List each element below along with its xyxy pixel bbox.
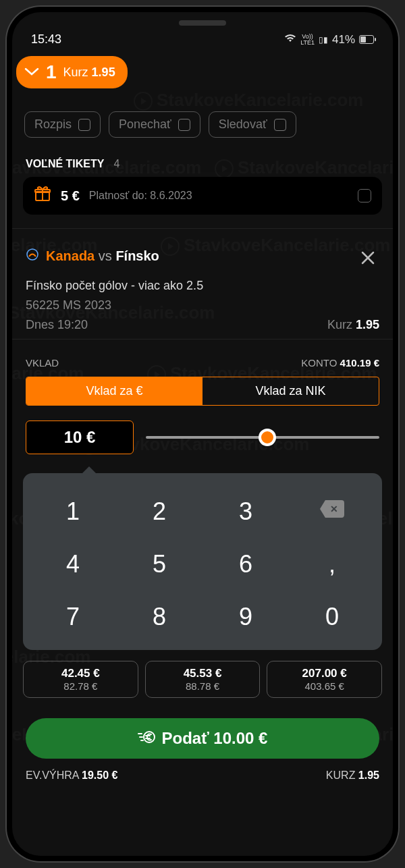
backspace-icon (320, 500, 344, 518)
key-0[interactable]: 0 (289, 591, 375, 643)
account-balance: KONTO 410.19 € (301, 357, 379, 369)
submit-label: Podať 10.00 € (162, 729, 268, 748)
bet-event-code: 56225 MS 2023 (26, 298, 379, 313)
bet-team2: Fínsko (115, 248, 159, 263)
bet-count: 1 (46, 61, 57, 83)
bet-footer: EV.VÝHRA 19.50 € KURZ 1.95 (12, 765, 393, 791)
status-time: 15:43 (31, 32, 61, 47)
chip-label: Sledovať (219, 117, 267, 132)
bet-card: Kanada vs Fínsko Fínsko počet gólov - vi… (12, 228, 393, 340)
chevron-down-icon (24, 67, 39, 78)
chip-ponechat[interactable]: Ponechať (109, 111, 200, 138)
stake-slider[interactable] (146, 429, 379, 445)
quick-stake-primary: 42.45 € (26, 667, 135, 680)
quick-stake-3[interactable]: 207.00 € 403.65 € (267, 661, 382, 698)
quick-stake-2[interactable]: 45.53 € 88.78 € (145, 661, 261, 698)
bet-summary-pill[interactable]: 1 Kurz 1.95 (16, 56, 128, 88)
bet-kurz: Kurz 1.95 (327, 318, 379, 332)
tab-nik[interactable]: Vklad za NIK (202, 377, 379, 405)
checkbox-icon[interactable] (358, 189, 371, 202)
close-icon[interactable] (356, 248, 379, 272)
free-tickets-header: VOĽNÉ TIKETY 4 (12, 148, 393, 177)
chip-label: Ponechať (119, 117, 171, 132)
wifi-icon (284, 33, 296, 47)
filter-chips: Rozpis Ponechať Sledovať (12, 92, 393, 148)
chip-rozpis[interactable]: Rozpis (24, 111, 101, 138)
status-bar: 15:43 Vo))LTE1 ▯▮ 41% (12, 12, 393, 52)
slider-thumb[interactable] (259, 429, 276, 446)
stake-header: VKLAD KONTO 410.19 € (12, 340, 393, 377)
bet-title: Kanada vs Fínsko (26, 248, 159, 265)
key-1[interactable]: 1 (30, 485, 116, 538)
gift-icon (34, 185, 51, 207)
numeric-keypad: 1 2 3 4 5 6 , 7 8 9 0 (23, 473, 382, 650)
bet-team1: Kanada (46, 248, 94, 263)
fast-euro-icon (138, 730, 155, 748)
submit-bet-button[interactable]: Podať 10.00 € (26, 718, 379, 759)
key-3[interactable]: 3 (202, 485, 289, 538)
free-ticket-item[interactable]: 5 € Platnosť do: 8.6.2023 (23, 177, 382, 215)
chip-sledovat[interactable]: Sledovať (209, 111, 296, 138)
quick-stake-row: 42.45 € 82.78 € 45.53 € 88.78 € 207.00 €… (12, 657, 393, 702)
quick-stake-primary: 45.53 € (148, 667, 257, 680)
ticket-value: 5 € (61, 188, 80, 204)
bet-vs: vs (99, 248, 112, 263)
key-5[interactable]: 5 (116, 538, 202, 591)
bet-market: Fínsko počet gólov - viac ako 2.5 (26, 279, 379, 293)
key-backspace[interactable] (289, 485, 375, 538)
battery-percent: 41% (332, 33, 355, 47)
stake-label: VKLAD (26, 357, 59, 369)
key-6[interactable]: 6 (202, 538, 289, 591)
checkbox-icon (178, 119, 190, 131)
key-comma[interactable]: , (289, 538, 375, 591)
lte-icon: Vo))LTE1 (300, 34, 315, 46)
footer-kurz: KURZ 1.95 (326, 769, 379, 782)
quick-stake-secondary: 88.78 € (148, 680, 257, 692)
key-2[interactable]: 2 (116, 485, 202, 538)
key-8[interactable]: 8 (116, 591, 202, 643)
free-tickets-count: 4 (113, 158, 119, 170)
signal-icon: ▯▮ (319, 35, 328, 45)
bet-time: Dnes 19:20 (26, 318, 88, 332)
stake-currency-tabs: Vklad za € Vklad za NIK (26, 377, 379, 406)
quick-stake-secondary: 82.78 € (26, 680, 135, 692)
ticket-expiry: Platnosť do: 8.6.2023 (89, 190, 348, 202)
key-4[interactable]: 4 (30, 538, 116, 591)
hockey-icon (26, 248, 39, 265)
checkbox-icon (78, 119, 90, 131)
expected-win: EV.VÝHRA 19.50 € (26, 769, 117, 782)
key-7[interactable]: 7 (30, 591, 116, 643)
battery-icon (359, 35, 374, 44)
chip-label: Rozpis (34, 117, 72, 132)
quick-stake-secondary: 403.65 € (270, 680, 379, 692)
free-tickets-label: VOĽNÉ TIKETY (26, 158, 104, 170)
tab-eur[interactable]: Vklad za € (26, 377, 202, 405)
svg-point-7 (144, 732, 155, 742)
stake-input[interactable]: 10 € (26, 421, 134, 454)
quick-stake-primary: 207.00 € (270, 667, 379, 680)
checkbox-icon (274, 119, 286, 131)
quick-stake-1[interactable]: 42.45 € 82.78 € (23, 661, 138, 698)
key-9[interactable]: 9 (202, 591, 289, 643)
pill-kurz: Kurz 1.95 (63, 65, 115, 80)
